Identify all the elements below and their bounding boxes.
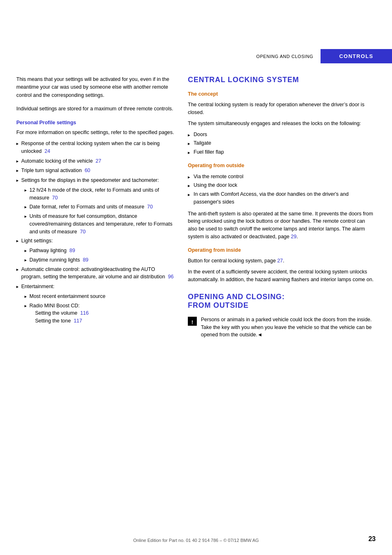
- page-ref: 116: [80, 310, 89, 316]
- list-item: ▸ Most recent entertainment source: [24, 293, 176, 300]
- list-item: ▸ Using the door lock: [188, 181, 376, 189]
- personal-profile-heading: Personal Profile settings: [16, 119, 176, 127]
- sub-list: ▸ 12 h/24 h mode of the clock, refer to …: [24, 186, 176, 236]
- bullet-arrow-icon: ▸: [188, 174, 190, 181]
- list-item: ▸ Units of measure for fuel consumption,…: [24, 213, 176, 235]
- list-item-text: Date format, refer to Formats and units …: [29, 203, 176, 211]
- bullet-arrow-icon: ▸: [188, 132, 190, 139]
- header-controls-label: CONTROLS: [321, 49, 392, 63]
- warning-icon: !: [188, 317, 197, 326]
- page-ref: 89: [69, 248, 75, 253]
- page-ref: 117: [74, 318, 82, 324]
- concept-heading: The concept: [188, 90, 376, 98]
- left-column: This means that your settings will be ac…: [16, 76, 176, 339]
- list-arrow-icon: ▸: [16, 283, 19, 290]
- list-item-text: Daytime running lights 89: [29, 256, 176, 264]
- page-ref: 29: [291, 234, 296, 239]
- list-item: ▸ Automatic climate control: activating/…: [16, 266, 176, 281]
- list-arrow-icon: ▸: [16, 167, 19, 174]
- page-ref: 70: [147, 204, 153, 210]
- page-ref: 24: [45, 148, 50, 154]
- personal-profile-intro: For more information on specific setting…: [16, 129, 176, 137]
- list-arrow-icon: ▸: [16, 158, 19, 165]
- list-item: ▸ In cars with Comfort Access, via the d…: [188, 190, 376, 206]
- list-item-text: 12 h/24 h mode of the clock, refer to Fo…: [29, 186, 176, 202]
- footer-copyright: Online Edition for Part no. 01 40 2 914 …: [133, 538, 259, 543]
- operating-inside-para1: Button for central locking system, page …: [188, 257, 376, 265]
- intro-paragraph-2: Individual settings are stored for a max…: [16, 105, 176, 113]
- list-item-text: Automatic climate control: activating/de…: [21, 266, 176, 281]
- page-ref: 27: [277, 258, 283, 264]
- bullet-arrow-icon: ▸: [188, 149, 190, 156]
- list-item-label: Using the door lock: [194, 181, 237, 189]
- page-ref: 96: [168, 274, 174, 280]
- list-item-text: Most recent entertainment source: [29, 293, 176, 300]
- sub-list: ▸ Most recent entertainment source ▸ Rad…: [24, 293, 176, 325]
- list-arrow-icon: ▸: [24, 213, 27, 220]
- list-arrow-icon: ▸: [24, 247, 27, 254]
- bullet-arrow-icon: ▸: [188, 191, 190, 198]
- concept-para2: The system simultaneously engages and re…: [188, 120, 376, 128]
- list-item: ▸ Doors: [188, 131, 376, 139]
- page-ref: 60: [85, 168, 90, 173]
- list-item-text: Light settings:: [21, 237, 176, 245]
- page-number: 23: [368, 535, 376, 543]
- bullet-arrow-icon: ▸: [188, 140, 190, 147]
- list-item-text: Triple turn signal activation 60: [21, 167, 176, 175]
- list-item-label: Doors: [194, 131, 207, 139]
- list-item-text: Radio MINI Boost CD: Setting the volume …: [29, 302, 176, 325]
- page-ref: 89: [83, 257, 89, 263]
- operating-inside-heading: Operating from inside: [188, 246, 376, 254]
- warning-box: ! Persons or animals in a parked vehicle…: [188, 316, 376, 339]
- list-item-text: Response of the central locking system w…: [21, 140, 176, 155]
- list-item: ▸ Pathway lighting 89: [24, 247, 176, 255]
- central-locking-title: CENTRAL LOCKING SYSTEM: [188, 76, 376, 85]
- footer: Online Edition for Part no. 01 40 2 914 …: [0, 538, 392, 543]
- right-column: CENTRAL LOCKING SYSTEM The concept The c…: [188, 76, 376, 339]
- warning-triangle-icon: !: [188, 317, 197, 326]
- operating-inside-para2: In the event of a sufficiently severe ac…: [188, 268, 376, 284]
- list-arrow-icon: ▸: [24, 302, 27, 309]
- list-item-label: Tailgate: [194, 139, 211, 147]
- list-item-text: Settings for the displays in the speedom…: [21, 177, 176, 184]
- list-arrow-icon: ▸: [16, 140, 19, 147]
- list-arrow-icon: ▸: [24, 293, 27, 300]
- list-item: ▸ Settings for the displays in the speed…: [16, 177, 176, 184]
- opening-closing-title: OPENING AND CLOSING:FROM OUTSIDE: [188, 293, 376, 310]
- header-bar: OPENING AND CLOSING CONTROLS: [0, 0, 392, 63]
- list-arrow-icon: ▸: [24, 257, 27, 264]
- list-item-text: Pathway lighting 89: [29, 247, 176, 255]
- list-item: ▸ Automatic locking of the vehicle 27: [16, 157, 176, 165]
- content-wrapper: This means that your settings will be ac…: [0, 76, 392, 339]
- list-item-label: In cars with Comfort Access, via the doo…: [194, 190, 376, 206]
- operating-outside-heading: Operating from outside: [188, 162, 376, 170]
- list-item: ▸ 12 h/24 h mode of the clock, refer to …: [24, 186, 176, 202]
- intro-paragraph-1: This means that your settings will be ac…: [16, 76, 176, 99]
- list-arrow-icon: ▸: [16, 237, 19, 244]
- operating-outside-list: ▸ Via the remote control ▸ Using the doo…: [188, 173, 376, 206]
- list-item-text: Automatic locking of the vehicle 27: [21, 157, 176, 165]
- page-container: OPENING AND CLOSING CONTROLS This means …: [0, 0, 392, 555]
- header-opening-label: OPENING AND CLOSING: [249, 49, 321, 63]
- warning-text: Persons or animals in a parked vehicle c…: [201, 316, 376, 339]
- list-arrow-icon: ▸: [24, 187, 27, 194]
- list-item: ▸ Entertainment:: [16, 283, 176, 291]
- list-item-text: Units of measure for fuel consumption, d…: [29, 213, 176, 235]
- page-ref: 27: [96, 158, 101, 164]
- list-item: ▸ Daytime running lights 89: [24, 256, 176, 264]
- sub-list: ▸ Pathway lighting 89 ▸ Daytime running …: [24, 247, 176, 264]
- list-item: ▸ Triple turn signal activation 60: [16, 167, 176, 175]
- list-arrow-icon: ▸: [24, 204, 27, 210]
- operating-outside-para: The anti-theft system is also operated a…: [188, 210, 376, 241]
- list-item: ▸ Tailgate: [188, 139, 376, 147]
- bullet-arrow-icon: ▸: [188, 182, 190, 189]
- list-arrow-icon: ▸: [16, 266, 19, 273]
- list-item: ▸ Fuel filler flap: [188, 148, 376, 156]
- list-item: ▸ Response of the central locking system…: [16, 140, 176, 155]
- concept-bullet-list: ▸ Doors ▸ Tailgate ▸ Fuel filler flap: [188, 131, 376, 156]
- list-item: ▸ Radio MINI Boost CD: Setting the volum…: [24, 302, 176, 325]
- page-ref: 70: [80, 229, 86, 235]
- list-item-label: Fuel filler flap: [194, 148, 224, 156]
- concept-para1: The central locking system is ready for …: [188, 101, 376, 116]
- list-item-label: Via the remote control: [194, 173, 243, 181]
